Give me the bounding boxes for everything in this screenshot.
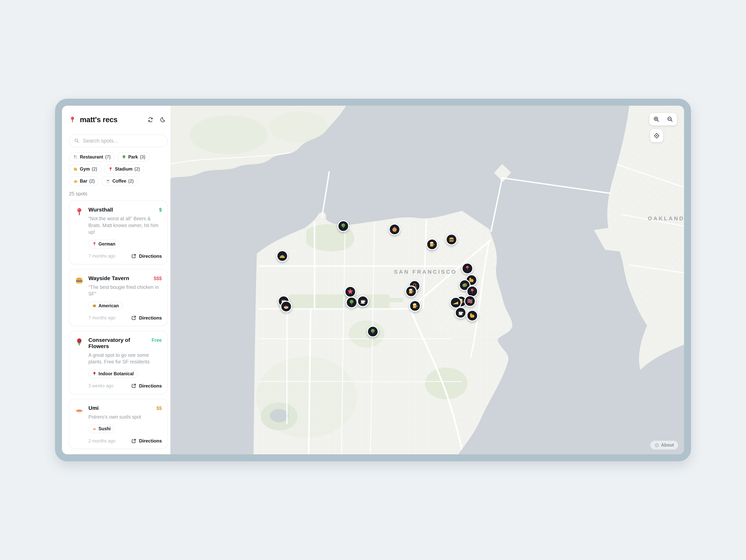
spot-name: Wursthall [88,207,113,213]
map-marker-coffee[interactable] [357,295,369,307]
tree-icon [370,328,376,335]
spaghetti-icon [392,226,398,233]
coffee-icon [106,179,110,183]
directions-link[interactable]: Directions [131,254,162,259]
spot-name: Wayside Tavern [88,275,129,282]
tree-icon [348,299,355,305]
spot-card[interactable]: Wursthall$"Not the worst at all" Beers &… [69,201,168,264]
pin-icon [464,265,470,271]
sushi-icon [283,303,289,310]
map-marker-beer[interactable] [426,238,438,250]
sushi-icon [92,427,96,431]
search-input[interactable] [83,138,163,144]
external-icon [131,254,136,259]
filter-chip-coffee[interactable]: Coffee(2) [102,176,138,186]
beer-icon [408,288,414,294]
coffee-icon [458,310,464,316]
beer-icon [73,179,78,183]
map-marker-tree[interactable] [367,326,379,337]
category-tag: Indoor Botanical [88,370,138,378]
spot-description: Potrero's own sushi spot [88,414,162,420]
tag-label: American [98,303,119,308]
zoom-in-button[interactable] [653,115,660,123]
search-box[interactable] [69,135,168,147]
map-marker-cheese[interactable] [450,297,462,308]
pin-icon [469,288,476,294]
timestamp: 2 months ago [88,438,115,444]
city-label: OAKLAND [648,215,684,222]
map-zoom-controls [650,113,677,125]
spots-count: 25 spots [69,191,168,197]
search-icon [74,138,80,144]
map-marker-tree[interactable] [338,220,349,232]
filter-count: (2) [92,167,97,172]
map-marker-taco[interactable] [277,250,288,262]
map-marker-coffee[interactable] [455,307,466,319]
map-marker-beer[interactable] [405,286,417,297]
tag-label: German [98,241,115,247]
flex-icon [73,167,78,172]
info-icon [655,443,659,447]
locate-button[interactable] [650,129,663,142]
spot-card[interactable]: Umi$$Potrero's own sushi spotSushi2 mont… [69,399,168,449]
spot-name: Umi [88,405,99,411]
taco-icon [279,253,285,259]
spot-card[interactable]: Sunset Cantina$$A bit overpriced, but go… [69,454,168,454]
directions-link[interactable]: Directions [131,383,162,389]
map-marker-beer[interactable] [409,300,421,312]
moon-button[interactable] [157,114,168,125]
map-marker-flex[interactable] [466,310,478,322]
zoom-out-button[interactable] [666,115,674,123]
about-button[interactable]: About [650,441,678,450]
spot-description: "The best bougie fried chicken in SF" [88,284,162,297]
header-actions [145,114,168,125]
app-title: matt's recs [80,116,118,124]
filter-chip-gym[interactable]: Gym(2) [69,164,102,174]
map-canvas[interactable]: SAN FRANCISCOOAKLAND About [170,106,684,454]
app-window: matt's recs Restaurant(7)Park(3)Gym(2)St… [55,99,691,461]
spot-card[interactable]: Conservatory of FlowersFreeA great spot … [69,331,168,394]
directions-label: Directions [139,438,162,444]
pin-icon [69,116,76,123]
map-marker-pin[interactable] [462,263,473,274]
pin-icon [75,207,84,216]
sushi-icon [75,406,84,415]
refresh-icon [147,117,153,123]
bacon-icon [467,298,473,304]
spot-description: "Not the worst at all" Beers & Brats. Ma… [88,215,162,235]
spot-description: A great spot to go see some plants. Free… [88,352,162,365]
filter-label: Coffee [112,178,126,184]
map-marker-bacon[interactable] [464,295,476,307]
map-marker-hibiscus[interactable] [344,286,356,298]
map-marker-burger[interactable] [446,234,457,245]
map-marker-sushi[interactable] [280,301,292,312]
map-marker-tree[interactable] [346,297,357,308]
beer-icon [412,303,418,309]
filter-chip-park[interactable]: Park(3) [117,152,150,162]
filter-chip-restaurant[interactable]: Restaurant(7) [69,152,115,162]
refresh-button[interactable] [145,114,155,125]
external-icon [131,383,136,388]
filter-count: (2) [128,178,134,184]
category-tag: American [88,301,123,310]
about-label: About [661,442,674,448]
burger-icon [449,236,455,243]
spot-card-body: Wursthall$"Not the worst at all" Beers &… [88,207,162,259]
basemap [170,106,684,454]
directions-link[interactable]: Directions [131,438,162,444]
filter-chip-bar[interactable]: Bar(2) [69,176,99,186]
hibiscus-icon [347,289,353,295]
moon-icon [160,117,166,123]
external-icon [131,315,136,321]
spot-card[interactable]: Wayside Tavern$$$"The best bougie fried … [69,269,168,326]
filter-count: (7) [105,154,111,160]
timestamp: 3 weeks ago [88,383,113,388]
map-marker-spaghetti[interactable] [389,224,400,235]
timestamp: 7 months ago [88,315,115,321]
olive-icon [462,282,468,288]
filter-chip-stadium[interactable]: Stadium(2) [104,164,144,174]
sidebar-header: matt's recs [69,113,168,126]
price-badge: $$$ [151,276,162,281]
price-badge: $$ [154,405,162,411]
directions-link[interactable]: Directions [131,315,162,321]
